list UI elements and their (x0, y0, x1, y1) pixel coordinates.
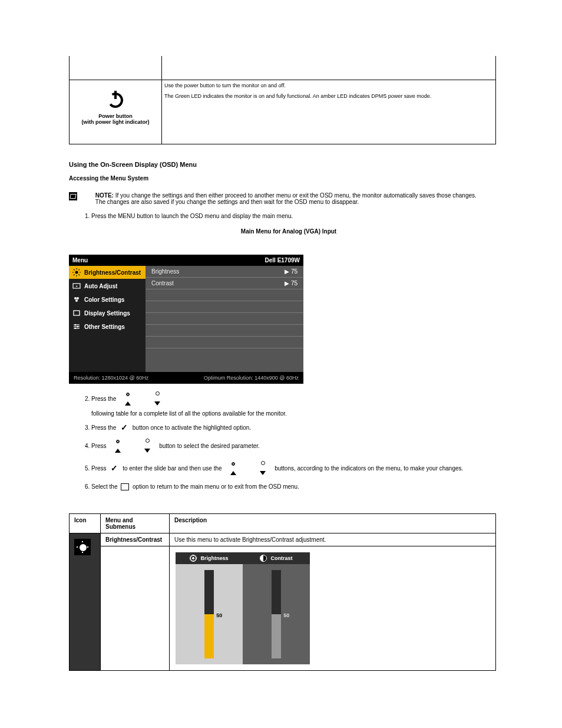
osd-row-brightness[interactable]: Brightness ▶ 75 (146, 266, 303, 278)
svg-line-9 (74, 275, 75, 276)
step-5: Press to enter the slide bar and then us… (91, 459, 486, 478)
steps-list: Press the MENU button to launch the OSD … (91, 211, 486, 237)
brightness-bar[interactable] (204, 570, 214, 658)
svg-point-2 (75, 271, 78, 274)
osd-row-empty (146, 325, 303, 337)
bc-brightness-side: Brightness 50 (176, 552, 243, 664)
power-sub: (with power light indicator) (82, 119, 150, 125)
svg-point-14 (77, 297, 79, 299)
osd-left-nav: Brightness/Contrast + Auto Adjust Color … (69, 266, 146, 372)
osd-row-empty (146, 301, 303, 313)
osd-item-color[interactable]: Color Settings (69, 293, 146, 307)
step-6: Select the option to return to the main … (91, 482, 486, 492)
step-4: Press and button to select the desired p… (91, 437, 486, 456)
osd-row-contrast[interactable]: Contrast ▶ 75 (146, 278, 303, 289)
svg-text:+: + (75, 284, 78, 288)
svg-point-20 (75, 324, 77, 326)
svg-point-15 (75, 299, 78, 302)
menu-icon (121, 483, 129, 490)
contrast-small-icon (260, 555, 267, 562)
step-1: Press the MENU button to launch the OSD … (91, 211, 486, 237)
brightness-icon (72, 268, 81, 276)
up-button-icon-group (121, 390, 164, 409)
svg-line-8 (79, 275, 80, 276)
power-description-cell: Use the power button to turn the monitor… (162, 80, 496, 144)
auto-adjust-icon: + (72, 282, 81, 290)
svg-point-13 (74, 297, 77, 299)
osd-model: Dell E1709W (265, 257, 300, 263)
osd-row-empty (146, 289, 303, 301)
bright-glyph-icon (228, 459, 239, 469)
brightness-contrast-panel: Brightness 50 Contrast (176, 552, 310, 664)
feature-bc-panel-cell: Brightness 50 Contrast (170, 546, 496, 671)
osd-item-autoadjust[interactable]: + Auto Adjust (69, 279, 146, 293)
updown-icon-group (227, 459, 269, 478)
feature-th-icon: Icon (70, 514, 101, 533)
sub-heading: Accessing the Menu System (69, 175, 562, 182)
power-button-cell: Power button (with power light indicator… (70, 80, 162, 144)
section-heading: Using the On-Screen Display (OSD) Menu (69, 161, 562, 168)
contrast-glyph-icon (257, 458, 268, 467)
chevron-down-icon (142, 446, 153, 456)
osd-item-display[interactable]: Display Settings (69, 307, 146, 320)
note-p2: changes are also saved if you change the… (107, 199, 359, 205)
brightness-small-icon (190, 555, 197, 562)
svg-line-7 (74, 269, 75, 271)
osd-row-empty (146, 337, 303, 348)
note-text: NOTE: If you change the settings and the… (95, 192, 484, 205)
brightness-large-icon (74, 539, 91, 555)
step-2: Press the and buttons to move between th… (91, 390, 486, 419)
contrast-bar[interactable] (272, 570, 281, 658)
svg-point-22 (75, 328, 77, 330)
step-3: Press the button once to activate the hi… (91, 423, 486, 433)
svg-rect-1 (114, 91, 117, 99)
feature-th-desc: Description (170, 514, 496, 533)
osd-row-empty (146, 313, 303, 325)
feature-th-menu: Menu and Submenus (101, 514, 170, 533)
steps-list-2: Press the and buttons to move between th… (91, 390, 486, 492)
check-icon (109, 464, 120, 473)
osd-menu-label: Menu (72, 257, 88, 263)
feature-empty-cell (101, 546, 170, 671)
feature-icon-cell (70, 533, 101, 671)
color-settings-icon (72, 295, 81, 304)
updown-icon-group (111, 437, 154, 456)
power-icon (105, 88, 126, 111)
brightness-value: 50 (216, 612, 222, 618)
chevron-up-icon (123, 399, 133, 409)
svg-rect-16 (74, 311, 80, 315)
step1-label: Main Menu for Analog (VGA) Input (91, 226, 486, 237)
contrast-value: 50 (283, 612, 289, 618)
contrast-glyph-icon (142, 436, 153, 445)
power-desc2: The Green LED indicates the monitor is o… (164, 93, 493, 99)
display-settings-icon (72, 309, 81, 317)
note-icon (69, 192, 77, 200)
svg-point-21 (77, 326, 79, 328)
bright-glyph-icon (123, 390, 133, 399)
top-spec-table: Power button (with power light indicator… (69, 56, 496, 144)
bc-contrast-side: Contrast 50 (243, 552, 310, 664)
check-icon (119, 423, 130, 433)
osd-optimum: Optimum Resolution: 1440x900 @ 60Hz (204, 375, 299, 381)
power-desc: Use the power button to turn the monitor… (164, 83, 493, 88)
feature-row-desc: Use this menu to activate Brightness/Con… (170, 533, 496, 546)
osd-right-panel: Brightness ▶ 75 Contrast ▶ 75 (146, 266, 303, 372)
osd-screenshot: Menu Dell E1709W Brightness/Contrast + A… (69, 255, 303, 384)
osd-item-brightness[interactable]: Brightness/Contrast (69, 266, 146, 279)
chevron-up-icon (228, 469, 239, 478)
contrast-glyph-icon (152, 388, 163, 398)
feature-table: Icon Menu and Submenus Description Brigh… (69, 513, 496, 671)
osd-item-other[interactable]: Other Settings (69, 320, 146, 334)
bright-glyph-icon (113, 437, 123, 446)
feature-row-title: Brightness/Contrast (101, 533, 170, 546)
chevron-up-icon (113, 446, 123, 456)
chevron-down-icon (257, 469, 268, 478)
power-caption: Power button (98, 113, 133, 119)
note-label: NOTE: (95, 192, 114, 199)
chevron-down-icon (152, 399, 163, 409)
osd-resolution: Resolution: 1280x1024 @ 60Hz (74, 375, 148, 381)
note-row: NOTE: If you change the settings and the… (69, 192, 493, 205)
svg-line-10 (79, 269, 80, 271)
other-settings-icon (72, 322, 81, 331)
